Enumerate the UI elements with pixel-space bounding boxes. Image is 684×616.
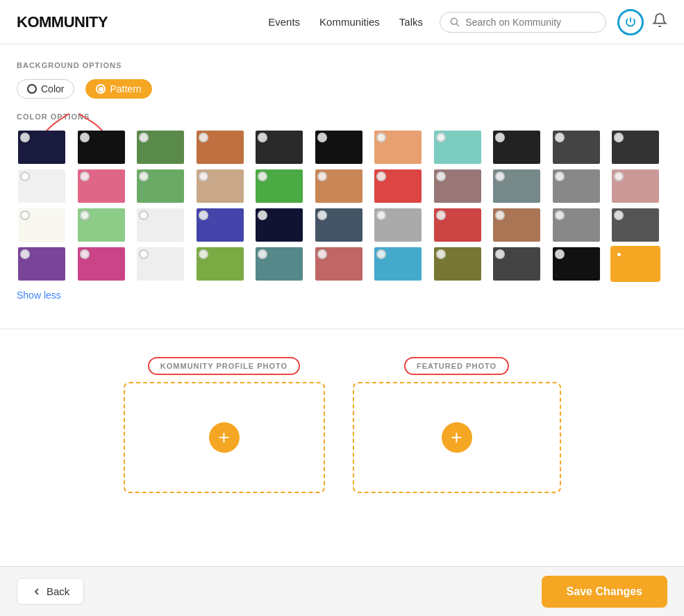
color-cell[interactable] xyxy=(551,168,601,204)
color-cell-radio xyxy=(436,210,446,220)
color-cell[interactable] xyxy=(314,168,364,204)
color-cell[interactable] xyxy=(195,246,245,282)
header: KOMMUNITY Events Kommunities Talks xyxy=(0,0,684,44)
color-cell[interactable] xyxy=(551,207,601,243)
color-cell[interactable] xyxy=(76,207,126,243)
color-cell-radio xyxy=(199,210,208,220)
profile-photo-upload[interactable]: + xyxy=(124,382,325,493)
add-profile-photo-icon: + xyxy=(209,422,240,453)
color-cell[interactable] xyxy=(551,129,601,165)
color-cell[interactable] xyxy=(17,129,67,165)
color-cell-radio xyxy=(199,249,208,259)
color-cell-radio xyxy=(80,210,90,220)
color-cell[interactable] xyxy=(610,129,660,165)
radio-pattern-label: Pattern xyxy=(110,83,141,94)
search-input[interactable] xyxy=(465,17,596,28)
radio-pattern-dot xyxy=(96,84,106,94)
power-button[interactable] xyxy=(617,9,644,35)
color-cell-radio xyxy=(20,249,30,259)
header-icons xyxy=(617,9,667,35)
main-nav: Events Kommunities Talks xyxy=(268,16,423,28)
color-cell-radio xyxy=(139,210,149,220)
color-cell[interactable] xyxy=(373,246,423,282)
color-cell-radio xyxy=(317,249,327,259)
profile-photo-section: KOMMUNITY PROFILE PHOTO + xyxy=(124,357,325,493)
color-cell[interactable] xyxy=(254,207,304,243)
color-cell[interactable] xyxy=(76,129,126,165)
background-type-selector: Color Pattern xyxy=(17,79,667,99)
show-less-link[interactable]: Show less xyxy=(17,290,61,301)
color-cell-radio xyxy=(80,133,90,142)
color-cell[interactable] xyxy=(135,129,185,165)
photo-uploads: KOMMUNITY PROFILE PHOTO + FEATURED PHOTO… xyxy=(17,357,667,493)
featured-photo-upload[interactable]: + xyxy=(353,382,561,493)
save-changes-button[interactable]: Save Changes xyxy=(542,576,667,577)
color-cell[interactable] xyxy=(17,246,67,282)
color-cell[interactable] xyxy=(195,129,245,165)
bell-icon[interactable] xyxy=(652,13,667,31)
color-cell-radio xyxy=(20,210,30,220)
color-cell[interactable] xyxy=(551,246,601,282)
color-cell[interactable] xyxy=(314,246,364,282)
color-cell[interactable] xyxy=(135,207,185,243)
radio-pattern-option[interactable]: Pattern xyxy=(85,79,151,99)
nav-talks[interactable]: Talks xyxy=(399,16,423,28)
radio-color-option[interactable]: Color xyxy=(17,79,74,99)
add-featured-photo-icon: + xyxy=(442,422,472,453)
color-cell-radio xyxy=(436,133,446,142)
nav-kommunities[interactable]: Kommunities xyxy=(319,16,380,28)
color-cell[interactable] xyxy=(254,168,304,204)
color-cell[interactable] xyxy=(492,168,542,204)
color-cell[interactable] xyxy=(254,246,304,282)
color-cell[interactable] xyxy=(433,207,483,243)
color-cell-radio xyxy=(80,172,90,181)
color-cell[interactable] xyxy=(373,168,423,204)
power-icon xyxy=(624,16,637,28)
color-cell-radio xyxy=(436,172,446,181)
color-cell[interactable] xyxy=(195,207,245,243)
color-cell[interactable] xyxy=(76,168,126,204)
bottom-bar: Back Save Changes xyxy=(0,566,684,576)
color-cell[interactable] xyxy=(433,168,483,204)
color-cell-radio xyxy=(317,172,327,181)
color-cell-radio xyxy=(555,210,565,220)
color-cell[interactable] xyxy=(433,246,483,282)
profile-photo-label: KOMMUNITY PROFILE PHOTO xyxy=(148,357,300,375)
color-cell-radio xyxy=(80,249,90,259)
color-cell-radio xyxy=(555,172,565,181)
color-cell[interactable] xyxy=(492,207,542,243)
color-cell[interactable] xyxy=(492,129,542,165)
color-options-label: COLOR OPTIONS xyxy=(17,113,667,121)
color-cell[interactable] xyxy=(195,168,245,204)
color-cell[interactable] xyxy=(17,207,67,243)
color-cell-radio xyxy=(555,249,565,259)
color-cell[interactable] xyxy=(135,168,185,204)
featured-photo-label: FEATURED PHOTO xyxy=(404,357,509,375)
color-cell[interactable] xyxy=(610,246,660,282)
radio-color-label: Color xyxy=(41,83,64,94)
nav-events[interactable]: Events xyxy=(268,16,300,28)
background-options-label: BACKGROUND OPTIONS xyxy=(17,61,667,69)
color-cell[interactable] xyxy=(314,207,364,243)
color-cell[interactable] xyxy=(314,129,364,165)
color-cell-radio xyxy=(317,210,327,220)
color-cell[interactable] xyxy=(433,129,483,165)
color-cell-radio xyxy=(436,249,446,259)
section-divider xyxy=(0,328,684,329)
color-cell[interactable] xyxy=(492,246,542,282)
color-cell[interactable] xyxy=(373,129,423,165)
radio-color-dot xyxy=(27,84,37,94)
color-cell-radio xyxy=(20,172,30,181)
color-cell[interactable] xyxy=(610,207,660,243)
color-cell[interactable] xyxy=(254,129,304,165)
color-cell[interactable] xyxy=(17,168,67,204)
color-cell[interactable] xyxy=(135,246,185,282)
color-grid xyxy=(17,129,667,282)
search-bar[interactable] xyxy=(440,12,606,33)
color-cell-radio xyxy=(139,172,149,181)
color-cell-radio xyxy=(139,249,149,259)
color-cell[interactable] xyxy=(610,168,660,204)
color-cell[interactable] xyxy=(76,246,126,282)
color-cell-radio xyxy=(555,133,565,142)
color-cell[interactable] xyxy=(373,207,423,243)
